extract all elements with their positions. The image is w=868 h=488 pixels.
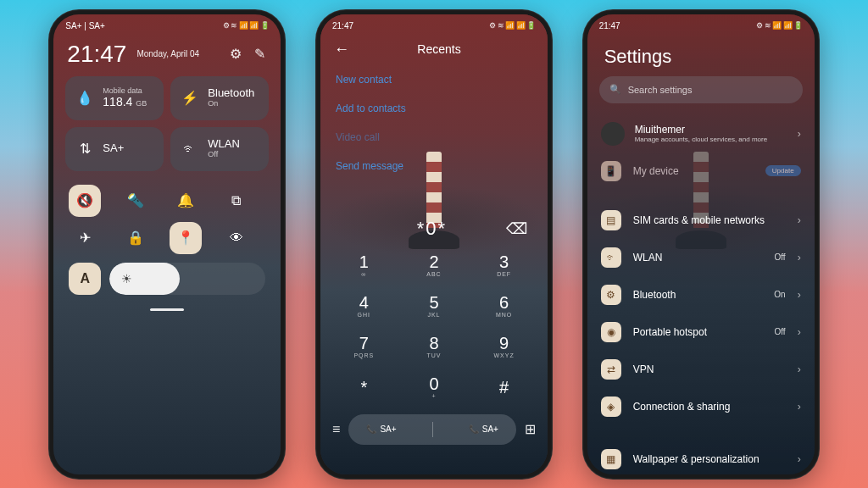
row-vpn[interactable]: ⇄ VPN › [587, 351, 815, 388]
clock-time: 21:47 [67, 41, 126, 68]
chevron-right-icon: › [798, 128, 801, 140]
status-icons: ⚙ ≋ 📶 📶 🔋 [489, 21, 536, 30]
key-0[interactable]: 0+ [399, 367, 470, 408]
toggle-flashlight[interactable]: 🔦 [120, 185, 152, 217]
row-wallpaper-personalization[interactable]: ▦ Wallpaper & personalization › [587, 441, 815, 474]
row-connection-sharing[interactable]: ◈ Connection & sharing › [587, 388, 815, 425]
settings-gear-icon[interactable]: ⚙ [228, 47, 243, 62]
key-4[interactable]: 4GHI [329, 286, 399, 326]
bluetooth-icon: ⚡ [181, 89, 199, 108]
search-placeholder: Search settings [628, 85, 693, 95]
key-#[interactable]: # [469, 367, 539, 408]
key-3[interactable]: 3DEF [469, 245, 539, 286]
phone-settings: 21:47 ⚙ ≋ 📶 📶 🔋 Settings 🔍 Search settin… [582, 9, 820, 480]
call-sim2-button[interactable]: 📞 SA+ [469, 424, 498, 434]
signal-icon: ⇅ [75, 140, 94, 158]
tile-signal-label: SA+ [103, 142, 124, 154]
row-sim-cards-mobile-networks[interactable]: ▤ SIM cards & mobile networks › [587, 202, 815, 239]
sun-icon: ☀ [121, 272, 132, 286]
tile-wlan-sub: Off [208, 151, 240, 159]
account-sub: Manage accounts, cloud services, and mor… [635, 136, 787, 143]
backspace-icon[interactable]: ⌫ [506, 219, 527, 238]
row-icon: ᯤ [601, 247, 621, 268]
tile-wlan-label: WLAN [208, 138, 240, 150]
key-1[interactable]: 1∞ [329, 245, 399, 286]
status-icons: ⚙ ≋ 📶 📶 🔋 [756, 21, 803, 30]
toggle-eye-comfort[interactable]: 👁 [220, 222, 253, 254]
suggestion-video-call[interactable]: Video call [334, 123, 534, 152]
menu-icon[interactable]: ≡ [332, 422, 340, 437]
suggestion-new-contact[interactable]: New contact [334, 65, 534, 94]
edit-icon[interactable]: ✎ [252, 47, 267, 62]
toggle-location[interactable]: 📍 [170, 222, 202, 254]
phone-control-center: SA+ | SA+ ⚙ ≋ 📶 📶 🔋 21:47 Monday, April … [48, 9, 286, 480]
recents-title: Recents [344, 42, 534, 56]
chevron-right-icon: › [798, 401, 801, 413]
contacts-icon[interactable]: ⊞ [525, 421, 536, 437]
chevron-right-icon: › [798, 252, 801, 263]
toggle-mute[interactable]: 🔇 [69, 185, 101, 217]
chevron-right-icon: › [798, 289, 801, 301]
suggestion-list: New contact Add to contacts Video call S… [334, 58, 534, 187]
water-drop-icon: 💧 [75, 89, 94, 108]
key-7[interactable]: 7PQRS [329, 326, 399, 367]
row-icon: ◉ [601, 322, 621, 342]
screen-dialer: 21:47 ⚙ ≋ 📶 📶 🔋 ← Recents New contact Ad… [320, 14, 548, 474]
avatar [601, 122, 625, 146]
row-bluetooth[interactable]: ⚙ Bluetooth On › [587, 276, 815, 313]
key-5[interactable]: 5JKL [399, 286, 470, 326]
tile-mobile-data[interactable]: 💧 Mobile data 118.4 GB [65, 76, 164, 120]
tile-signal[interactable]: ⇅ SA+ [65, 127, 164, 171]
status-bar: SA+ | SA+ ⚙ ≋ 📶 📶 🔋 [53, 14, 281, 34]
key-9[interactable]: 9WXYZ [469, 326, 539, 367]
settings-title: Settings [587, 34, 815, 76]
account-row[interactable]: Miuithemer Manage accounts, cloud servic… [587, 115, 815, 152]
call-button-pill[interactable]: 📞 SA+ 📞 SA+ [348, 414, 516, 445]
keypad: 1∞2ABC3DEF4GHI5JKL6MNO7PQRS8TUV9WXYZ*0+# [320, 245, 548, 408]
drag-handle[interactable] [150, 308, 184, 311]
key-8[interactable]: 8TUV [399, 326, 470, 367]
tile-bt-sub: On [208, 100, 254, 108]
row-portable-hotspot[interactable]: ◉ Portable hotspot Off › [587, 313, 815, 351]
tile-data-value: 118.4 [103, 95, 132, 108]
row-icon: ⚙ [601, 285, 621, 305]
toggle-dnd[interactable]: 🔔 [170, 185, 202, 217]
screen-settings: 21:47 ⚙ ≋ 📶 📶 🔋 Settings 🔍 Search settin… [587, 14, 815, 474]
row-wlan[interactable]: ᯤ WLAN Off › [587, 239, 815, 276]
status-icons: ⚙ ≋ 📶 📶 🔋 [223, 21, 270, 30]
brightness-slider[interactable]: ☀ [109, 263, 265, 295]
auto-brightness-button[interactable]: A [69, 263, 101, 295]
tile-bluetooth[interactable]: ⚡ Bluetooth On [170, 76, 269, 120]
key-2[interactable]: 2ABC [399, 245, 470, 286]
chevron-right-icon: › [798, 363, 801, 375]
tile-bt-label: Bluetooth [208, 87, 254, 99]
search-icon: 🔍 [609, 84, 621, 95]
toggle-lock[interactable]: 🔒 [120, 222, 152, 254]
dial-input: *0* [358, 218, 506, 240]
chevron-right-icon: › [798, 326, 801, 338]
toggle-airplane[interactable]: ✈ [69, 222, 101, 254]
chevron-right-icon: › [798, 453, 801, 465]
row-icon: ▤ [601, 210, 621, 230]
tile-data-unit: GB [136, 99, 147, 108]
carrier-label: SA+ | SA+ [65, 21, 105, 30]
tile-wlan[interactable]: ᯤ WLAN Off [170, 127, 269, 171]
status-time: 21:47 [332, 21, 353, 30]
row-icon: ▦ [601, 449, 621, 469]
call-sim1-button[interactable]: 📞 SA+ [366, 424, 396, 434]
suggestion-add-contacts[interactable]: Add to contacts [334, 94, 534, 123]
wifi-icon: ᯤ [181, 140, 199, 158]
clock-date: Monday, April 04 [136, 49, 199, 58]
key-*[interactable]: * [329, 367, 399, 408]
suggestion-send-message[interactable]: Send message [334, 152, 534, 180]
account-name: Miuithemer [635, 124, 787, 136]
search-input[interactable]: 🔍 Search settings [599, 76, 803, 103]
row-icon: ◈ [601, 396, 621, 417]
screen-cc: SA+ | SA+ ⚙ ≋ 📶 📶 🔋 21:47 Monday, April … [53, 14, 281, 474]
key-6[interactable]: 6MNO [469, 286, 539, 326]
tile-data-label: Mobile data [103, 87, 147, 96]
status-time: 21:47 [599, 21, 620, 30]
phone-dialer: 21:47 ⚙ ≋ 📶 📶 🔋 ← Recents New contact Ad… [315, 9, 553, 480]
chevron-right-icon: › [798, 214, 801, 226]
toggle-screenshot[interactable]: ⧉ [220, 185, 253, 217]
